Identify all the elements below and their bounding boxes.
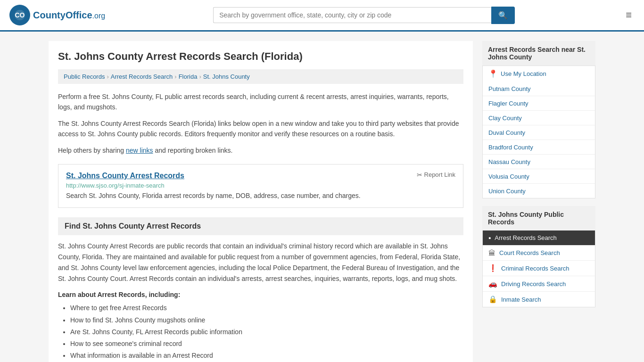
county-link[interactable]: Nassau County xyxy=(488,158,530,165)
criminal-icon: ❗ xyxy=(488,264,497,272)
list-item: How to find St. Johns County mugshots on… xyxy=(70,314,463,326)
logo-area: CO CountyOffice.org xyxy=(9,5,105,25)
public-record-item-criminal[interactable]: ❗ Criminal Records Search xyxy=(483,261,595,276)
logo-domain: .org xyxy=(92,12,106,20)
list-item: Bradford County xyxy=(483,140,595,155)
list-item: Flagler County xyxy=(483,96,595,111)
find-section-heading: Find St. Johns County Arrest Records xyxy=(58,217,463,235)
desc3-prefix: Help others by sharing xyxy=(58,147,126,154)
list-item: Union County xyxy=(483,184,595,198)
list-item: Clay County xyxy=(483,111,595,125)
description-para-2: The St. Johns County Arrest Records Sear… xyxy=(58,118,463,140)
list-item: Volusia County xyxy=(483,169,595,184)
hamburger-icon: ≡ xyxy=(626,9,632,21)
logo-text: CountyOffice.org xyxy=(33,10,105,21)
list-item: What information is available in an Arre… xyxy=(70,350,463,362)
learn-heading: Learn about Arrest Records, including: xyxy=(58,291,463,298)
sidebar: Arrest Records Search near St. Johns Cou… xyxy=(482,41,595,362)
location-pin-icon: 📍 xyxy=(488,69,498,78)
county-link[interactable]: Union County xyxy=(488,188,526,195)
list-item: Are St. Johns County, FL Arrest Records … xyxy=(70,326,463,338)
logo-name: CountyOffice xyxy=(33,10,92,20)
court-records-link[interactable]: Court Records Search xyxy=(499,249,560,256)
search-icon: 🔍 xyxy=(498,11,508,19)
breadcrumb-florida[interactable]: Florida xyxy=(179,73,198,80)
county-link[interactable]: Flagler County xyxy=(488,100,528,107)
driving-records-link[interactable]: Driving Records Search xyxy=(501,280,566,288)
breadcrumb-sep-1: › xyxy=(107,73,108,80)
county-link[interactable]: Clay County xyxy=(488,115,522,122)
record-description: Search St. Johns County, Florida arrest … xyxy=(66,191,455,201)
list-item: How to see someone's criminal record xyxy=(70,338,463,350)
list-item: Duval County xyxy=(483,125,595,140)
public-records-section: St. Johns County Public Records ▪ Arrest… xyxy=(482,206,595,307)
nearby-section: Arrest Records Search near St. Johns Cou… xyxy=(482,41,595,198)
description-para-3: Help others by sharing new links and rep… xyxy=(58,145,463,156)
criminal-records-link[interactable]: Criminal Records Search xyxy=(501,265,570,272)
menu-button[interactable]: ≡ xyxy=(623,6,635,24)
description-para-1: Perform a free St. Johns County, FL publ… xyxy=(58,91,463,113)
list-item: Where to get free Arrest Records xyxy=(70,302,463,314)
breadcrumb-public-records[interactable]: Public Records xyxy=(64,73,105,80)
breadcrumb-sep-2: › xyxy=(174,73,176,80)
learn-list: Where to get free Arrest Records How to … xyxy=(58,302,463,362)
inmate-icon: 🔒 xyxy=(488,295,497,304)
breadcrumb-sep-3: › xyxy=(199,73,201,80)
find-body-text: St. Johns County Arrest Records are publ… xyxy=(58,241,463,284)
county-link[interactable]: Putnam County xyxy=(488,85,531,92)
new-links-link[interactable]: new links xyxy=(126,147,153,154)
public-record-item-court[interactable]: 🏛 Court Records Search xyxy=(483,246,595,261)
court-icon: 🏛 xyxy=(488,249,495,257)
main-container: St. Johns County Arrest Records Search (… xyxy=(39,32,605,362)
list-item: Putnam County xyxy=(483,82,595,96)
record-url[interactable]: http://www.sjso.org/sj-inmate-search xyxy=(66,182,455,189)
page-title: St. Johns County Arrest Records Search (… xyxy=(58,50,463,63)
public-record-item-inmate[interactable]: 🔒 Inmate Search xyxy=(483,292,595,307)
public-record-item-arrest[interactable]: ▪ Arrest Records Search xyxy=(483,230,595,246)
logo-icon: CO xyxy=(9,5,30,25)
record-card: St. Johns County Arrest Records ✂ Report… xyxy=(58,164,463,208)
public-records-list: ▪ Arrest Records Search 🏛 Court Records … xyxy=(482,230,595,307)
content-area: St. Johns County Arrest Records Search (… xyxy=(49,41,473,362)
inmate-search-link[interactable]: Inmate Search xyxy=(501,296,541,303)
breadcrumb: Public Records › Arrest Records Search ›… xyxy=(58,69,463,84)
arrest-icon: ▪ xyxy=(488,234,491,242)
report-link-area[interactable]: ✂ Report Link xyxy=(417,171,455,179)
county-list: Putnam County Flagler County Clay County… xyxy=(482,82,595,198)
use-my-location-link[interactable]: Use My Location xyxy=(501,70,546,77)
desc3-suffix: and reporting broken links. xyxy=(153,147,233,154)
find-heading-text: Find St. Johns County Arrest Records xyxy=(65,222,201,230)
nearby-section-title: Arrest Records Search near St. Johns Cou… xyxy=(482,41,595,66)
public-records-title: St. Johns County Public Records xyxy=(482,206,595,230)
driving-icon: 🚗 xyxy=(488,280,497,288)
public-record-item-driving[interactable]: 🚗 Driving Records Search xyxy=(483,276,595,292)
svg-text:CO: CO xyxy=(15,11,25,19)
county-link[interactable]: Bradford County xyxy=(488,144,533,151)
county-link[interactable]: Volusia County xyxy=(488,173,529,180)
list-item: Nassau County xyxy=(483,155,595,169)
record-title: St. Johns County Arrest Records xyxy=(66,171,184,180)
search-button[interactable]: 🔍 xyxy=(491,7,515,24)
arrest-records-link[interactable]: Arrest Records Search xyxy=(495,234,557,241)
breadcrumb-stjohns[interactable]: St. Johns County xyxy=(203,73,250,80)
header: CO CountyOffice.org 🔍 ≡ xyxy=(0,0,644,32)
search-input[interactable] xyxy=(213,7,491,23)
use-my-location: 📍 Use My Location xyxy=(482,66,595,82)
report-label: Report Link xyxy=(424,171,455,178)
search-area: 🔍 xyxy=(213,7,515,24)
record-title-link[interactable]: St. Johns County Arrest Records xyxy=(66,172,184,180)
breadcrumb-arrest-records[interactable]: Arrest Records Search xyxy=(111,73,173,80)
report-icon: ✂ xyxy=(417,171,422,179)
county-link[interactable]: Duval County xyxy=(488,129,525,136)
